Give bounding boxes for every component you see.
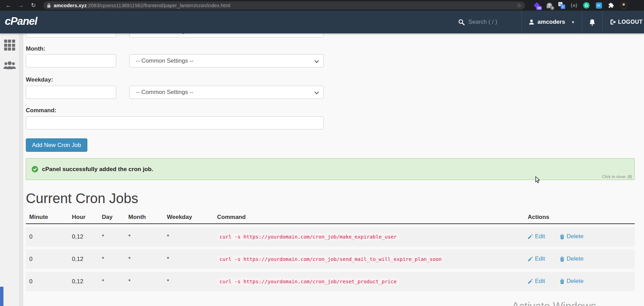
weekday-common-settings-select[interactable]: -- Common Settings --: [129, 86, 324, 99]
cell-day: *: [98, 250, 125, 269]
col-minute: Minute: [26, 214, 68, 224]
forward-icon[interactable]: →: [16, 2, 26, 9]
browser-toolbar: ← → ↻ amcoders.xyz:2083/cpsess1136911562…: [0, 0, 644, 11]
edit-link[interactable]: Edit: [528, 233, 545, 240]
reload-icon[interactable]: ↻: [28, 2, 39, 9]
fi-extension-icon[interactable]: FI: [595, 2, 602, 9]
cell-day: *: [98, 272, 125, 291]
grammarly-extension-icon[interactable]: G: [583, 2, 590, 9]
edit-link[interactable]: Edit: [528, 255, 545, 262]
month-input[interactable]: [26, 54, 116, 67]
apps-grid-icon[interactable]: [4, 40, 15, 51]
alert-close-hint[interactable]: Click to close. [8]: [602, 175, 632, 179]
table-row: 0 0,12 * * * curl -s https://yourdomain.…: [26, 227, 635, 246]
logout-icon: [610, 19, 616, 25]
weekday-input[interactable]: [26, 86, 116, 99]
extension-row: 15 ? 0 G 文 {≡} G FI: [533, 2, 627, 9]
col-hour: Hour: [68, 214, 98, 224]
avatar: [620, 2, 627, 9]
cell-month: *: [125, 227, 163, 246]
success-alert[interactable]: cPanel successfully added the cron job. …: [26, 158, 635, 180]
cell-hour: 0,12: [68, 250, 98, 269]
user-groups-icon[interactable]: [3, 60, 16, 70]
cron-jobs-table: Minute Hour Day Month Weekday Command Ac…: [26, 211, 635, 294]
cell-hour: 0,12: [68, 227, 98, 246]
address-bar[interactable]: amcoders.xyz:2083/cpsess1136911562/front…: [43, 1, 525, 10]
table-header-row: Minute Hour Day Month Weekday Command Ac…: [26, 214, 635, 224]
header-search[interactable]: Search ( / ): [451, 11, 521, 33]
translate-extension-icon[interactable]: G 文: [558, 2, 565, 9]
cell-day: *: [98, 227, 125, 246]
cell-weekday: *: [163, 250, 214, 269]
col-weekday: Weekday: [163, 214, 214, 224]
url-path: :2083/cpsess1136911562/frontend/paper_la…: [87, 3, 230, 8]
cell-command: curl -s https://yourdomain.com/cron_job/…: [214, 250, 524, 269]
help-extension-icon[interactable]: ? 0: [546, 2, 553, 9]
cell-actions: Edit Delete: [524, 250, 635, 269]
main-content: -- Common Settings -- Month: -- Common S…: [23, 33, 644, 306]
month-label: Month:: [26, 45, 635, 52]
page-title: Current Cron Jobs: [26, 190, 635, 206]
json-extension-icon[interactable]: {≡}: [570, 2, 578, 9]
pencil-icon: [528, 279, 533, 284]
cell-month: *: [125, 250, 163, 269]
logout-button[interactable]: LOGOUT: [602, 11, 644, 33]
delete-link[interactable]: Delete: [560, 233, 583, 240]
cell-command: curl -s https://yourdomain.com/cron_job/…: [214, 227, 524, 246]
header-right: Search ( / ) amcoders ▼ LOGOUT: [451, 11, 644, 33]
trash-icon: [560, 256, 565, 262]
cell-actions: Edit Delete: [524, 227, 635, 246]
cpanel-logo: cPanel: [5, 15, 37, 29]
col-month: Month: [125, 214, 163, 224]
bookmark-star-icon[interactable]: ☆: [517, 2, 522, 9]
cell-actions: Edit Delete: [524, 272, 635, 291]
mouse-cursor: [535, 176, 540, 183]
back-icon[interactable]: ←: [3, 2, 14, 9]
chevron-down-icon: ▼: [571, 20, 575, 24]
extension-badge: 0: [550, 6, 554, 10]
add-cron-job-button[interactable]: Add New Cron Job: [26, 138, 87, 152]
chevron-down-icon: [314, 90, 319, 94]
alert-message: cPanel successfully added the cron job.: [42, 166, 153, 173]
notifications-button[interactable]: [582, 11, 602, 33]
day-input[interactable]: [26, 33, 116, 38]
url-text: amcoders.xyz:2083/cpsess1136911562/front…: [54, 3, 230, 8]
edit-link[interactable]: Edit: [528, 278, 545, 285]
cell-minute: 0: [26, 250, 68, 269]
extension-badge: 15: [536, 6, 542, 10]
user-icon: [528, 19, 535, 25]
cell-command: curl -s https://yourdomain.com/cron_job/…: [214, 272, 524, 291]
table-row: 0 0,12 * * * curl -s https://yourdomain.…: [26, 272, 635, 291]
username: amcoders: [537, 19, 565, 25]
profile-avatar[interactable]: [620, 2, 627, 9]
cell-weekday: *: [163, 272, 214, 291]
user-menu[interactable]: amcoders ▼: [521, 11, 581, 33]
col-command: Command: [214, 214, 524, 224]
delete-link[interactable]: Delete: [560, 255, 583, 262]
cpanel-header: cPanel Search ( / ) amcoders ▼: [0, 11, 644, 33]
day-common-settings-select[interactable]: -- Common Settings --: [129, 33, 324, 38]
chevron-down-icon: [314, 59, 319, 63]
command-input[interactable]: [26, 116, 324, 129]
cell-hour: 0,12: [68, 272, 98, 291]
trash-icon: [560, 278, 565, 284]
command-label: Command:: [26, 107, 635, 114]
col-actions: Actions: [524, 214, 635, 224]
command-row: [26, 116, 635, 129]
bell-icon: [589, 19, 595, 26]
delete-link[interactable]: Delete: [560, 278, 583, 285]
search-placeholder: Search ( / ): [468, 19, 497, 25]
trash-icon: [560, 234, 565, 239]
weekday-label: Weekday:: [26, 76, 635, 83]
weekday-row: -- Common Settings --: [26, 86, 635, 99]
cell-minute: 0: [26, 227, 68, 246]
translate-icon: G 文: [558, 2, 565, 9]
month-common-settings-select[interactable]: -- Common Settings --: [129, 54, 324, 67]
logout-label: LOGOUT: [618, 19, 643, 25]
table-row: 0 0,12 * * * curl -s https://yourdomain.…: [26, 250, 635, 269]
sidebar-gutter: [19, 33, 23, 306]
search-icon: [458, 19, 465, 25]
extensions-puzzle-icon[interactable]: [608, 2, 615, 9]
month-row: -- Common Settings --: [26, 54, 635, 67]
purple-extension-icon[interactable]: 15: [533, 2, 540, 9]
